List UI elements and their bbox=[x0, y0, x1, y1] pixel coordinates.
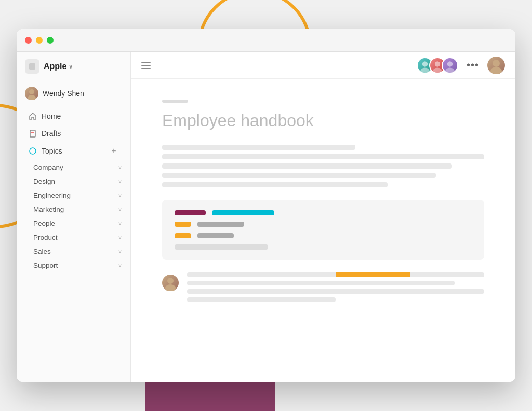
block-row-4 bbox=[175, 244, 472, 250]
workspace-name-container: Apple ∨ bbox=[44, 62, 73, 71]
workspace-name-text: Apple bbox=[44, 62, 66, 71]
svg-point-15 bbox=[165, 284, 176, 291]
comment-user-avatar bbox=[162, 275, 179, 291]
user-avatar bbox=[25, 87, 38, 100]
svg-point-9 bbox=[433, 67, 442, 73]
window-controls bbox=[25, 37, 54, 44]
sidebar-item-product[interactable]: Product ∨ bbox=[17, 230, 130, 244]
doc-line-4 bbox=[162, 173, 436, 178]
sidebar-user[interactable]: Wendy Shen bbox=[17, 81, 130, 105]
document-body-lines bbox=[162, 145, 484, 187]
svg-point-8 bbox=[435, 61, 441, 67]
doc-line-5 bbox=[162, 182, 388, 187]
doc-line-2 bbox=[162, 154, 484, 159]
topics-label: Topics bbox=[42, 147, 62, 155]
sidebar-item-engineering[interactable]: Engineering ∨ bbox=[17, 188, 130, 202]
close-button[interactable] bbox=[25, 37, 32, 44]
marketing-chevron-icon: ∨ bbox=[118, 206, 122, 213]
block-tag-cyan bbox=[212, 210, 274, 215]
menu-icon[interactable] bbox=[141, 62, 151, 69]
support-chevron-icon: ∨ bbox=[118, 262, 122, 269]
doc-tag-decoration bbox=[162, 100, 188, 103]
minimize-button[interactable] bbox=[36, 37, 43, 44]
collaborators-avatar-group bbox=[417, 57, 458, 74]
browser-window: Apple ∨ Wendy Shen bbox=[17, 29, 515, 382]
drafts-icon bbox=[28, 129, 37, 138]
comment-line-1 bbox=[187, 272, 484, 277]
svg-point-5 bbox=[30, 148, 36, 154]
svg-point-13 bbox=[490, 67, 502, 74]
block-tag-gray-2 bbox=[197, 233, 234, 238]
main-content: ••• Employee handbook bbox=[131, 52, 515, 382]
header-right: ••• bbox=[417, 57, 505, 74]
home-icon bbox=[28, 112, 37, 121]
svg-rect-3 bbox=[30, 130, 35, 137]
workspace-header[interactable]: Apple ∨ bbox=[17, 52, 130, 81]
people-chevron-icon: ∨ bbox=[118, 220, 122, 227]
svg-rect-0 bbox=[29, 63, 35, 70]
document-block bbox=[162, 200, 484, 260]
block-row-1 bbox=[175, 210, 472, 215]
comment-line-4 bbox=[187, 297, 336, 302]
sales-chevron-icon: ∨ bbox=[118, 248, 122, 255]
svg-point-2 bbox=[28, 95, 36, 100]
sidebar-item-drafts[interactable]: Drafts bbox=[20, 125, 127, 142]
svg-point-1 bbox=[29, 89, 34, 94]
title-bar bbox=[17, 29, 515, 52]
block-row-2 bbox=[175, 222, 472, 227]
sidebar-item-people[interactable]: People ∨ bbox=[17, 216, 130, 230]
svg-point-6 bbox=[422, 61, 428, 67]
block-tag-gray-1 bbox=[197, 222, 244, 227]
sidebar-item-support[interactable]: Support ∨ bbox=[17, 258, 130, 272]
collaborator-avatar-3 bbox=[442, 57, 458, 74]
sidebar-item-sales[interactable]: Sales ∨ bbox=[17, 244, 130, 258]
sidebar-item-marketing[interactable]: Marketing ∨ bbox=[17, 202, 130, 216]
product-chevron-icon: ∨ bbox=[118, 234, 122, 241]
sidebar-topics-header[interactable]: Topics + bbox=[20, 142, 127, 160]
block-row-3 bbox=[175, 233, 472, 238]
workspace-logo bbox=[25, 59, 39, 74]
home-label: Home bbox=[42, 112, 61, 120]
block-tag-amber-1 bbox=[175, 222, 191, 227]
block-tag-amber-2 bbox=[175, 233, 191, 238]
main-header: ••• bbox=[131, 52, 515, 79]
sidebar: Apple ∨ Wendy Shen bbox=[17, 52, 131, 382]
current-user-avatar[interactable] bbox=[487, 57, 505, 74]
sidebar-item-home[interactable]: Home bbox=[20, 108, 127, 125]
svg-point-11 bbox=[445, 67, 455, 73]
document-area[interactable]: Employee handbook bbox=[131, 79, 515, 382]
design-chevron-icon: ∨ bbox=[118, 178, 122, 185]
svg-point-10 bbox=[447, 61, 453, 67]
block-tag-maroon bbox=[175, 210, 206, 215]
sidebar-item-company[interactable]: Company ∨ bbox=[17, 160, 130, 174]
sidebar-item-design[interactable]: Design ∨ bbox=[17, 174, 130, 188]
topics-icon bbox=[28, 146, 37, 156]
svg-point-7 bbox=[420, 67, 430, 73]
svg-point-12 bbox=[493, 60, 500, 67]
user-name: Wendy Shen bbox=[43, 89, 84, 98]
more-icon: ••• bbox=[467, 59, 479, 71]
comment-line-3 bbox=[187, 289, 484, 294]
drafts-label: Drafts bbox=[42, 129, 61, 138]
app-container: Apple ∨ Wendy Shen bbox=[17, 52, 515, 382]
document-title: Employee handbook bbox=[162, 111, 484, 130]
doc-line-3 bbox=[162, 163, 452, 169]
block-tag-light bbox=[175, 244, 268, 250]
sidebar-nav: Home Drafts bbox=[17, 105, 130, 275]
comment-text-lines bbox=[187, 272, 484, 302]
comment-section bbox=[162, 272, 484, 302]
company-chevron-icon: ∨ bbox=[118, 164, 122, 171]
maximize-button[interactable] bbox=[47, 37, 54, 44]
doc-line-1 bbox=[162, 145, 355, 150]
svg-point-14 bbox=[167, 278, 174, 284]
more-options-button[interactable]: ••• bbox=[464, 59, 481, 71]
workspace-chevron-icon: ∨ bbox=[69, 63, 73, 70]
comment-line-2 bbox=[187, 281, 455, 285]
engineering-chevron-icon: ∨ bbox=[118, 192, 122, 199]
add-topic-button[interactable]: + bbox=[109, 146, 119, 156]
